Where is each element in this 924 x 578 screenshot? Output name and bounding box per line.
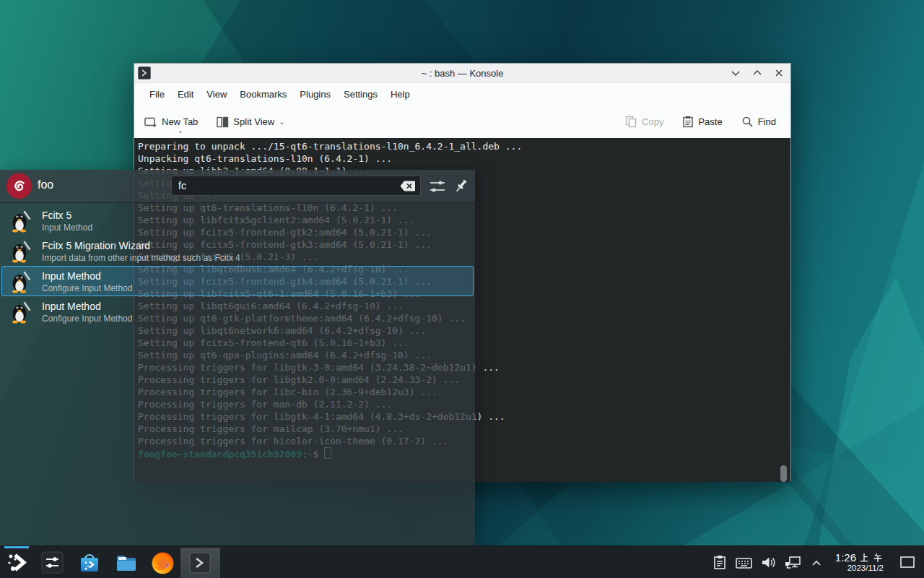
split-view-caret-icon: ⌄	[279, 118, 284, 126]
show-desktop-peek[interactable]	[899, 555, 915, 570]
find-button[interactable]: Find	[741, 116, 776, 128]
new-tab-caret-icon: ⌄	[178, 127, 183, 134]
result-subtitle: Configure Input Method	[42, 314, 132, 324]
krunner-result-item[interactable]: Fcitx 5Input Method	[1, 205, 474, 236]
dolphin-file-manager-icon[interactable]	[114, 551, 139, 575]
taskbar-panel: 1:26 上午 2023/11/2	[0, 545, 924, 578]
search-input[interactable]: fc	[171, 176, 421, 196]
volume-tray-icon[interactable]	[760, 554, 777, 571]
find-label: Find	[758, 116, 776, 127]
menu-item-view[interactable]: View	[200, 86, 233, 103]
fcitx-penguin-icon	[9, 301, 32, 324]
clipboard-tray-icon[interactable]	[712, 554, 728, 571]
launcher-active-indicator	[4, 546, 29, 548]
krunner-overlay: foo fc	[0, 170, 475, 545]
new-tab-button[interactable]: New Tab ⌄	[144, 116, 198, 128]
result-subtitle: Import data from other input method such…	[42, 253, 240, 263]
krunner-result-item[interactable]: Fcitx 5 Migration WizardImport data from…	[1, 236, 474, 266]
search-query-text: fc	[178, 180, 186, 191]
terminal-line: Unpacking qt6-translations-l10n (6.4.2-1…	[138, 152, 790, 165]
menu-bar: FileEditViewBookmarksPluginsSettingsHelp	[134, 83, 790, 105]
menu-item-help[interactable]: Help	[384, 86, 417, 103]
menu-item-plugins[interactable]: Plugins	[293, 86, 337, 103]
split-view-button[interactable]: Split View ⌄	[217, 116, 284, 128]
krunner-user-label: foo	[38, 178, 53, 191]
debian-logo-avatar	[6, 173, 32, 199]
desktop: ~ : bash — Konsole FileEditViewBookmarks…	[0, 0, 924, 578]
clock-period-glyph-shang	[858, 552, 870, 564]
menu-item-edit[interactable]: Edit	[171, 86, 200, 103]
krunner-results-list: Fcitx 5Input Method Fcitx 5 Migration Wi…	[0, 205, 475, 327]
clock-time: 1:26	[835, 552, 856, 564]
system-settings-icon[interactable]	[40, 551, 64, 574]
krunner-result-item[interactable]: Input MethodConfigure Input Method	[1, 266, 474, 296]
result-subtitle: Input Method	[42, 223, 92, 233]
copy-icon	[625, 116, 637, 128]
clear-input-icon[interactable]	[400, 181, 416, 191]
result-title: Fcitx 5 Migration Wizard	[42, 240, 150, 251]
network-tray-icon[interactable]	[784, 554, 802, 571]
keyboard-tray-icon[interactable]	[735, 554, 753, 571]
configure-krunner-icon[interactable]	[429, 178, 446, 194]
fcitx-penguin-icon	[9, 210, 32, 233]
paste-icon	[682, 116, 694, 128]
application-launcher-icon[interactable]	[6, 551, 30, 574]
result-title: Input Method	[42, 270, 101, 282]
clock-date: 2023/11/2	[835, 564, 884, 573]
menu-item-bookmarks[interactable]: Bookmarks	[233, 86, 293, 103]
fcitx-penguin-icon	[9, 240, 32, 263]
split-view-label: Split View	[233, 116, 274, 127]
konsole-window-icon	[138, 66, 151, 79]
krunner-header: foo fc	[0, 170, 475, 203]
paste-label: Paste	[698, 116, 722, 127]
copy-label: Copy	[642, 116, 663, 127]
window-title: ~ : bash — Konsole	[134, 68, 790, 79]
minimize-button[interactable]	[730, 67, 741, 79]
krunner-result-item[interactable]: Input MethodConfigure Input Method	[1, 296, 474, 327]
menu-item-settings[interactable]: Settings	[337, 86, 384, 103]
terminal-line: Preparing to unpack .../15-qt6-translati…	[138, 140, 790, 152]
toolbar: New Tab ⌄ Split View ⌄	[134, 105, 790, 138]
find-icon	[741, 116, 754, 128]
copy-button[interactable]: Copy	[625, 116, 663, 128]
paste-button[interactable]: Paste	[682, 116, 722, 128]
split-view-icon	[217, 116, 229, 128]
new-tab-icon	[144, 116, 157, 128]
close-button[interactable]	[773, 67, 785, 79]
discover-icon[interactable]	[77, 551, 102, 575]
window-titlebar[interactable]: ~ : bash — Konsole	[134, 64, 790, 83]
clock-period-glyph-wu	[872, 552, 884, 564]
result-title: Fcitx 5	[42, 210, 71, 221]
menu-item-file[interactable]: File	[143, 86, 171, 103]
fcitx-penguin-icon	[9, 270, 32, 293]
firefox-icon[interactable]	[150, 551, 175, 576]
digital-clock[interactable]: 1:26 上午 2023/11/2	[835, 552, 884, 573]
konsole-task-icon	[188, 551, 212, 575]
pin-icon[interactable]	[453, 178, 469, 194]
result-title: Input Method	[42, 301, 101, 312]
new-tab-label: New Tab	[162, 116, 198, 127]
expand-tray-icon[interactable]	[809, 556, 824, 570]
system-tray: 1:26 上午 2023/11/2	[712, 546, 924, 578]
result-subtitle: Configure Input Method	[42, 283, 132, 293]
konsole-task-button[interactable]	[180, 548, 220, 578]
scrollbar-thumb[interactable]	[780, 465, 787, 482]
maximize-button[interactable]	[751, 67, 763, 79]
window-controls	[730, 64, 785, 82]
